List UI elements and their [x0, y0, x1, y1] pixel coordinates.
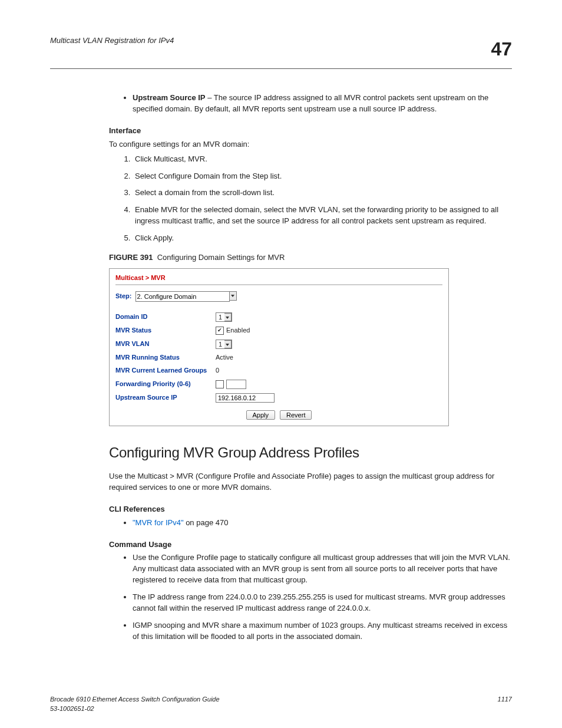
page-footer: Brocade 6910 Ethernet Access Switch Conf… [50, 695, 512, 714]
header-rule [50, 68, 512, 69]
chevron-down-icon[interactable] [224, 313, 232, 321]
breadcrumb-separator [115, 284, 442, 285]
mvr-status-checkbox[interactable]: ✔ [216, 327, 224, 335]
cli-reference-item: "MVR for IPv4" on page 470 [133, 518, 512, 529]
mvr-status-text: Enabled [226, 326, 250, 335]
usage-bullet-2: The IP address range from 224.0.0.0 to 2… [133, 592, 512, 614]
section-title: Configuring MVR Group Address Profiles [109, 443, 512, 463]
chevron-down-icon[interactable] [224, 340, 232, 348]
domain-id-value: 1 [216, 313, 224, 321]
step-select[interactable] [135, 291, 237, 302]
mvr-config-panel: Multicast > MVR Step: Domain ID 1 [109, 268, 449, 427]
steps-list: Click Multicast, MVR. Select Configure D… [109, 154, 512, 244]
label-domain-id: Domain ID [115, 312, 216, 322]
usage-bullet-3: IGMP snooping and MVR share a maximum nu… [133, 620, 512, 643]
step-3: Select a domain from the scroll-down lis… [133, 187, 512, 199]
upstream-label: Upstream Source IP [133, 93, 206, 102]
section-intro: Use the Multicast > MVR (Configure Profi… [109, 471, 512, 493]
mvr-vlan-select[interactable]: 1 [216, 340, 232, 349]
label-upstream-ip: Upstream Source IP [115, 393, 216, 403]
upstream-ip-input[interactable] [216, 393, 275, 403]
step-4: Enable MVR for the selected domain, sele… [133, 205, 512, 227]
label-learned-groups: MVR Current Learned Groups [115, 366, 216, 375]
learned-groups-value: 0 [216, 366, 219, 375]
header-title: Multicast VLAN Registration for IPv4 [50, 35, 174, 47]
figure-caption-text: Configuring Domain Settings for MVR [157, 253, 285, 262]
priority-input[interactable] [226, 380, 246, 389]
domain-id-select[interactable]: 1 [216, 312, 232, 322]
chapter-number: 47 [491, 35, 512, 62]
mvr-vlan-value: 1 [216, 340, 224, 348]
label-forwarding-priority: Forwarding Priority (0-6) [115, 380, 216, 389]
priority-checkbox[interactable] [216, 380, 224, 388]
footer-doc-number: 53-1002651-02 [50, 704, 220, 714]
figure-label: FIGURE 391 [109, 253, 153, 262]
step-1: Click Multicast, MVR. [133, 154, 512, 165]
breadcrumb: Multicast > MVR [115, 274, 442, 283]
running-status-value: Active [216, 353, 233, 363]
cli-references-heading: CLI References [109, 504, 512, 515]
command-usage-heading: Command Usage [109, 539, 512, 551]
bullet-upstream-source-ip: Upstream Source IP – The source IP addre… [133, 93, 512, 115]
label-mvr-vlan: MVR VLAN [115, 340, 216, 349]
chevron-down-icon[interactable] [230, 291, 237, 301]
label-mvr-status: MVR Status [115, 326, 216, 335]
label-running-status: MVR Running Status [115, 353, 216, 363]
step-2: Select Configure Domain from the Step li… [133, 171, 512, 182]
figure-caption: FIGURE 391 Configuring Domain Settings f… [109, 252, 512, 263]
step-label: Step: [115, 292, 132, 301]
interface-heading: Interface [109, 126, 512, 137]
step-select-input[interactable] [135, 291, 230, 302]
cli-tail: on page 470 [184, 518, 229, 527]
revert-button[interactable]: Revert [280, 410, 312, 420]
step-5: Click Apply. [133, 233, 512, 244]
footer-page-number: 1117 [498, 695, 512, 714]
usage-bullet-1: Use the Configure Profile page to static… [133, 552, 512, 586]
page-header: Multicast VLAN Registration for IPv4 47 [50, 35, 512, 62]
interface-intro: To configure settings for an MVR domain: [109, 139, 512, 150]
apply-button[interactable]: Apply [246, 410, 276, 420]
footer-doc-title: Brocade 6910 Ethernet Access Switch Conf… [50, 695, 220, 704]
cli-link[interactable]: "MVR for IPv4" [133, 518, 184, 527]
